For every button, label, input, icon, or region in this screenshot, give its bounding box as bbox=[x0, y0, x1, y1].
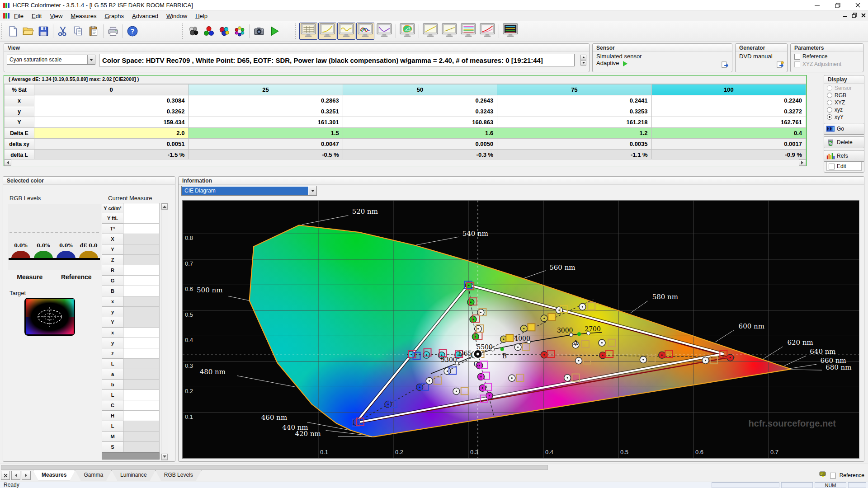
table-cell[interactable]: 0.3084 bbox=[34, 95, 189, 106]
checkbox-icon[interactable] bbox=[794, 54, 800, 60]
restore-button[interactable] bbox=[827, 0, 848, 10]
measure-row-value[interactable] bbox=[123, 203, 160, 213]
run-measure-button[interactable] bbox=[267, 23, 282, 39]
radio-RGB[interactable]: RGB bbox=[824, 92, 864, 99]
measure-row-value[interactable] bbox=[123, 338, 160, 348]
column-header-75[interactable]: 75 bbox=[497, 84, 651, 95]
chart-nearblack-button[interactable] bbox=[337, 23, 355, 40]
chart-luminance-button[interactable] bbox=[375, 23, 393, 40]
sensor-export-icon[interactable] bbox=[721, 61, 729, 68]
table-cell[interactable]: 1.5 bbox=[189, 128, 343, 139]
chart-measuresgrid-button[interactable] bbox=[501, 23, 519, 40]
edit-checkbox[interactable]: Edit bbox=[826, 162, 862, 171]
measure-row-value[interactable] bbox=[123, 442, 160, 452]
table-cell[interactable]: 0.0051 bbox=[34, 139, 189, 150]
table-cell[interactable]: 0.3262 bbox=[34, 106, 189, 117]
help-button[interactable]: ? bbox=[125, 23, 140, 39]
prev-tab-button[interactable] bbox=[11, 471, 20, 480]
table-cell[interactable]: 0.3253 bbox=[497, 106, 651, 117]
measure-row-value[interactable] bbox=[123, 390, 160, 400]
generator-config-icon[interactable] bbox=[776, 61, 784, 68]
table-cell[interactable]: 0.3272 bbox=[651, 106, 806, 117]
refs-button[interactable]: Refs bbox=[824, 150, 864, 162]
table-cell[interactable]: 0.2441 bbox=[497, 95, 651, 106]
chevron-down-icon[interactable] bbox=[309, 186, 316, 195]
table-cell[interactable]: -1.1 % bbox=[497, 150, 651, 160]
table-cell[interactable]: 0.3243 bbox=[343, 106, 497, 117]
measure-row-value[interactable] bbox=[123, 286, 160, 296]
tab-measures[interactable]: Measures bbox=[33, 470, 75, 480]
table-cell[interactable]: 162.761 bbox=[651, 117, 806, 128]
measures-table[interactable]: % Sat0255075100x0.30840.28630.26430.2441… bbox=[4, 84, 806, 160]
mdi-minimize-button[interactable] bbox=[843, 12, 848, 20]
scroll-right-icon[interactable] bbox=[799, 160, 806, 166]
close-button[interactable] bbox=[848, 0, 868, 10]
menu-edit[interactable]: Edit bbox=[28, 11, 46, 21]
table-cell[interactable]: 0.2240 bbox=[651, 95, 806, 106]
scroll-up-icon[interactable] bbox=[161, 203, 168, 210]
info-spinner[interactable] bbox=[580, 55, 586, 66]
measure-row-value[interactable] bbox=[123, 348, 160, 359]
chart-gamma-button[interactable] bbox=[318, 23, 336, 40]
scrollbar-thumb[interactable] bbox=[1, 465, 548, 470]
reference-checkbox[interactable]: Reference bbox=[791, 52, 863, 60]
table-cell[interactable]: 0.3251 bbox=[189, 106, 343, 117]
go-button[interactable]: Go bbox=[824, 123, 864, 135]
measure-row-value[interactable] bbox=[123, 244, 160, 255]
measure-row-value[interactable] bbox=[123, 265, 160, 276]
table-cell[interactable]: -0.5 % bbox=[189, 150, 343, 160]
measure-row-value[interactable] bbox=[123, 317, 160, 328]
scroll-down-icon[interactable] bbox=[161, 454, 168, 460]
camera-button[interactable] bbox=[251, 23, 267, 39]
menu-measures[interactable]: Measures bbox=[66, 11, 100, 21]
mdi-restore-button[interactable] bbox=[852, 12, 857, 20]
print-button[interactable] bbox=[105, 23, 121, 39]
radio-xyz[interactable]: xyz bbox=[824, 106, 864, 113]
table-cell[interactable]: 1.6 bbox=[343, 128, 497, 139]
measure-row-value[interactable] bbox=[123, 400, 160, 411]
measure-row-value[interactable] bbox=[123, 432, 160, 442]
column-header-50[interactable]: 50 bbox=[343, 84, 497, 95]
close-view-button[interactable] bbox=[1, 471, 10, 480]
menu-advanced[interactable]: Advanced bbox=[128, 11, 162, 21]
chart-rgblevels-button[interactable] bbox=[356, 23, 374, 40]
measure-row-value[interactable] bbox=[123, 369, 160, 380]
measure-row-value[interactable] bbox=[123, 255, 160, 265]
chart-cie-button[interactable] bbox=[398, 23, 416, 40]
cut-button[interactable] bbox=[55, 23, 71, 39]
table-cell[interactable]: 2.0 bbox=[34, 128, 189, 139]
mdi-child-icon[interactable] bbox=[3, 12, 10, 19]
table-cell[interactable]: 161.301 bbox=[189, 117, 343, 128]
menu-view[interactable]: View bbox=[46, 11, 66, 21]
copy-button[interactable] bbox=[71, 23, 86, 39]
view-selector-dropdown[interactable]: Cyan saturation scale bbox=[7, 55, 95, 65]
save-button[interactable] bbox=[36, 23, 51, 39]
table-cell[interactable]: 0.2643 bbox=[343, 95, 497, 106]
measure-row-value[interactable] bbox=[123, 234, 160, 244]
scroll-left-icon[interactable] bbox=[4, 160, 11, 166]
table-cell[interactable]: 0.0050 bbox=[343, 139, 497, 150]
minimize-button[interactable] bbox=[807, 0, 827, 10]
spectrum-tool-icon[interactable] bbox=[819, 471, 826, 479]
table-cell[interactable]: 0.0047 bbox=[189, 139, 343, 150]
grayscale-measure-button[interactable] bbox=[186, 23, 201, 39]
primaries-measure-button[interactable] bbox=[201, 23, 217, 39]
spinner-down-icon[interactable] bbox=[580, 60, 586, 66]
cie-diagram[interactable]: 0.10.20.30.40.50.60.70.10.20.30.40.50.60… bbox=[182, 200, 859, 459]
open-button[interactable] bbox=[20, 23, 36, 39]
measure-row-value[interactable] bbox=[123, 359, 160, 369]
column-header-0[interactable]: 0 bbox=[34, 84, 189, 95]
column-header-100[interactable]: 100 bbox=[651, 84, 806, 95]
menu-file[interactable]: File bbox=[10, 11, 28, 21]
table-cell[interactable]: -0.3 % bbox=[343, 150, 497, 160]
measures-table-hscrollbar[interactable] bbox=[4, 159, 806, 166]
chart-gamma2-button[interactable] bbox=[421, 23, 439, 40]
measure-row-value[interactable] bbox=[123, 307, 160, 317]
tab-gamma[interactable]: Gamma bbox=[75, 470, 112, 480]
chart-table-button[interactable] bbox=[299, 23, 317, 40]
information-view-dropdown[interactable]: CIE Diagram bbox=[181, 186, 317, 196]
table-cell[interactable]: 161.218 bbox=[497, 117, 651, 128]
table-cell[interactable]: 159.434 bbox=[34, 117, 189, 128]
measure-row-value[interactable] bbox=[123, 380, 160, 390]
menu-help[interactable]: Help bbox=[191, 11, 212, 21]
